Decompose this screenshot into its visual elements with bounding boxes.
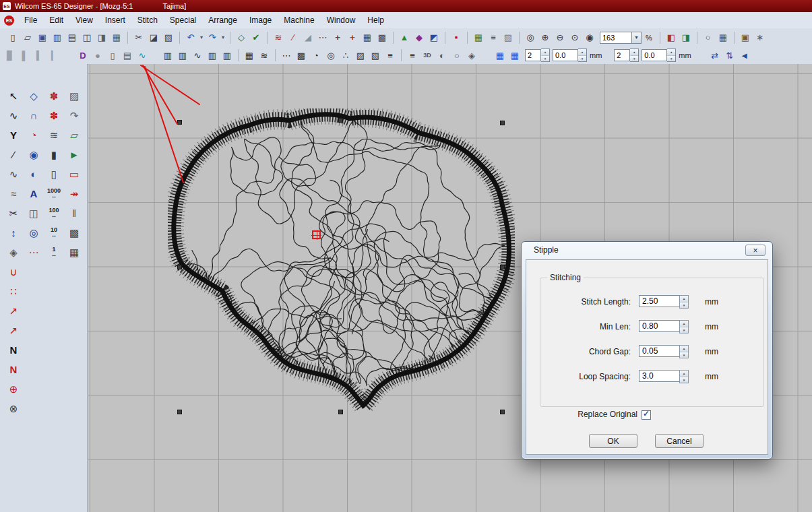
print-preview-icon[interactable]: ◫: [80, 30, 94, 44]
zoom-1-1-icon[interactable]: ⊙: [567, 30, 582, 44]
zoom-in-icon[interactable]: ⊕: [538, 30, 553, 44]
save-as-icon[interactable]: ▥: [50, 30, 65, 44]
carving-stamp-icon[interactable]: ◈: [464, 49, 479, 63]
zigzag-stitch-icon[interactable]: ≋: [271, 30, 286, 44]
selection-handle[interactable]: [500, 410, 505, 414]
save-design-icon[interactable]: ▣: [35, 30, 50, 44]
show-hoop-icon[interactable]: ○: [701, 30, 716, 44]
menu-insert[interactable]: Insert: [99, 13, 131, 27]
zoom-input[interactable]: [600, 32, 632, 44]
grid-fill-icon[interactable]: ▦: [242, 49, 257, 63]
loop-spacing-spinner[interactable]: ▴▾: [679, 370, 689, 383]
copy-icon[interactable]: ◪: [146, 30, 161, 44]
menu-help[interactable]: Help: [361, 13, 390, 27]
sphere-tool-icon[interactable]: ◐: [24, 164, 44, 184]
pattern-stamp-icon[interactable]: ≡: [383, 49, 398, 63]
column-narrow-icon[interactable]: ▯: [44, 164, 64, 184]
stitch-length-spinner[interactable]: ▴▾: [679, 295, 689, 309]
insert-artwork-icon[interactable]: ◨: [679, 30, 693, 44]
repeat-count-1-spinner[interactable]: ▴▾: [541, 49, 550, 62]
palette-dock-icon[interactable]: ▊: [3, 49, 18, 63]
machine-connect-icon[interactable]: ▪: [449, 30, 464, 44]
background-fabric-icon[interactable]: ▨: [501, 30, 516, 44]
rough-edge-icon[interactable]: ▧: [368, 49, 383, 63]
zigzag-column-icon[interactable]: ≋: [44, 125, 64, 145]
overview-window-icon[interactable]: ▩: [375, 30, 389, 44]
loop-spacing-input[interactable]: [639, 370, 681, 382]
column-pair-icon[interactable]: ‖: [64, 203, 84, 223]
node-path-red-icon[interactable]: N: [3, 360, 24, 379]
menu-special[interactable]: Special: [164, 13, 202, 27]
menu-view[interactable]: View: [69, 13, 99, 27]
hatch-tool-icon[interactable]: ▨: [64, 86, 84, 106]
lettering-tool-icon[interactable]: A: [24, 184, 44, 203]
repeat-offset-2-spinner[interactable]: ▴▾: [667, 49, 676, 62]
redo-list-icon[interactable]: ▾: [220, 30, 226, 44]
repeat-offset-1-input[interactable]: [553, 49, 578, 61]
dotted-red-icon[interactable]: ⋯: [24, 243, 44, 262]
contour-fill-icon[interactable]: ◔: [309, 49, 323, 63]
outline-doc-icon[interactable]: ▯: [105, 49, 120, 63]
scissors-tool-icon[interactable]: ✂: [3, 203, 24, 223]
select-tool-icon[interactable]: ↖: [3, 86, 24, 106]
repeat-offset-1-spinner[interactable]: ▴▾: [578, 49, 587, 62]
repeat-count-2-input[interactable]: [614, 49, 630, 61]
menu-image[interactable]: Image: [243, 13, 278, 27]
column-stitch-icon[interactable]: ▮: [44, 145, 64, 164]
open-design-icon[interactable]: ▱: [20, 30, 35, 44]
zoom-1000-icon[interactable]: 1000↔: [44, 184, 64, 203]
flag-tool-icon[interactable]: ►: [64, 145, 84, 164]
repeat-count-2-spinner[interactable]: ▴▾: [630, 49, 639, 62]
polygon-select-icon[interactable]: ◇: [234, 30, 249, 44]
thread-dock-icon[interactable]: ▌: [18, 49, 32, 63]
menu-file[interactable]: File: [18, 13, 43, 27]
frame-tool-icon[interactable]: ▭: [64, 164, 84, 184]
selection-handle[interactable]: [500, 121, 505, 125]
arc-red-icon[interactable]: ∪: [3, 262, 24, 282]
tatami-fill-icon[interactable]: ▥: [205, 49, 220, 63]
small-stitch-icon[interactable]: ≈: [3, 184, 24, 203]
nudge-left-icon[interactable]: ◄: [737, 49, 752, 63]
target-dark-icon[interactable]: ⊗: [3, 399, 24, 418]
cancel-button[interactable]: Cancel: [655, 434, 704, 448]
feathered-edge-icon[interactable]: ▨: [353, 49, 368, 63]
repeat-columns-icon[interactable]: ▦: [493, 49, 507, 63]
cross-dots-red-icon[interactable]: ∷: [3, 282, 24, 301]
zoom-previous-icon[interactable]: ◉: [582, 30, 597, 44]
selection-handle[interactable]: [177, 120, 182, 125]
wave-fill-icon[interactable]: ≋: [257, 49, 272, 63]
min-len-input[interactable]: [639, 320, 681, 332]
compass-tool-icon[interactable]: ◉: [24, 145, 44, 164]
stitch-length-input[interactable]: [639, 295, 681, 307]
grid-settings-icon[interactable]: ▦: [360, 30, 375, 44]
selection-handle[interactable]: [177, 410, 182, 414]
cut-icon[interactable]: ✂: [131, 30, 146, 44]
letter-d-tool-icon[interactable]: D: [75, 49, 90, 63]
stitch-angle-red-icon[interactable]: ↗: [3, 301, 24, 321]
redo-icon[interactable]: ↷: [205, 30, 220, 44]
zoom-box-icon[interactable]: ◎: [523, 30, 538, 44]
repeat-offset-2-input[interactable]: [642, 49, 667, 61]
stipple-run-tool-icon[interactable]: ∿: [135, 49, 150, 63]
program-split-fill-icon[interactable]: ▥: [220, 49, 235, 63]
arc-tool-icon[interactable]: ↷: [64, 106, 84, 125]
outline-trace-icon[interactable]: ≡: [405, 49, 420, 63]
effect-3d-icon[interactable]: 3D: [420, 49, 435, 63]
apply-selection-icon[interactable]: ✔: [249, 30, 263, 44]
cross-hatch-fill-icon[interactable]: ▩: [294, 49, 309, 63]
satin-stitch-icon[interactable]: ◢: [301, 30, 315, 44]
spiral-fill-icon[interactable]: ◎: [323, 49, 338, 63]
selection-handle[interactable]: [338, 118, 343, 123]
zoom-combo[interactable]: ▾: [600, 32, 642, 44]
stitch-player-icon[interactable]: ▲: [397, 30, 412, 44]
freehand-select-icon[interactable]: ∿: [3, 106, 24, 125]
options-icon[interactable]: ∗: [753, 30, 768, 44]
zoom-100-icon[interactable]: 100↔: [44, 203, 64, 223]
selection-handle[interactable]: [177, 265, 182, 269]
menu-arrange[interactable]: Arrange: [202, 13, 243, 27]
design-worksheet-icon[interactable]: ▦: [471, 30, 486, 44]
repeat-rows-icon[interactable]: ▦: [507, 49, 522, 63]
ok-button[interactable]: OK: [589, 434, 637, 448]
stitch-angle-red-2-icon[interactable]: ↗: [3, 321, 24, 340]
es-menu-icon[interactable]: ES: [4, 15, 14, 26]
